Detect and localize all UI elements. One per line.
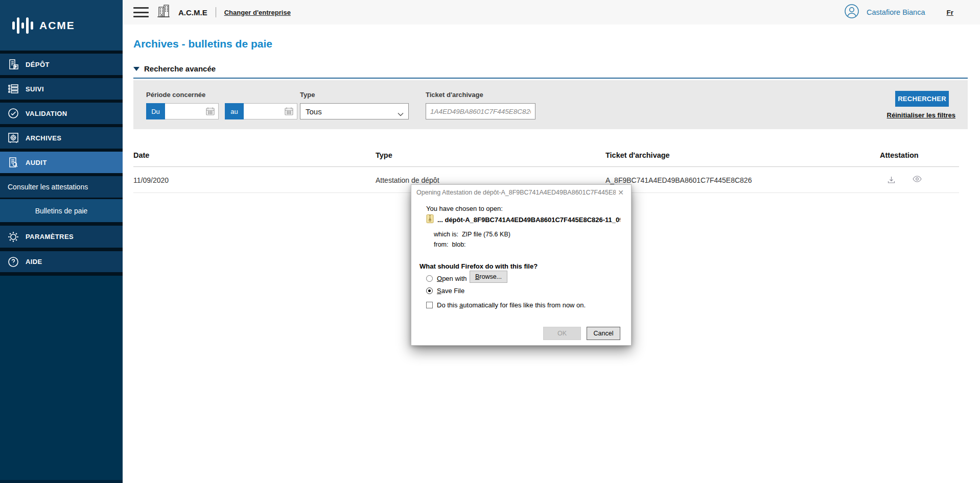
sidebar-item-aide[interactable]: AIDE [0, 251, 123, 272]
dialog-titlebar: Opening Attestation de dépôt-A_8F9BC741A… [411, 185, 631, 200]
zip-file-icon [426, 214, 434, 225]
sidebar-item-parametres[interactable]: PARAMÈTRES [0, 226, 123, 248]
sidebar-item-label: AIDE [26, 258, 42, 265]
sidebar-bottom-strip [0, 480, 123, 483]
column-header-ticket: Ticket d'archivage [605, 151, 880, 159]
topbar: A.C.M.E Changer d'entreprise Castafiore … [123, 0, 980, 25]
sidebar-subitem-consulter-attestations[interactable]: Consulter les attestations [0, 176, 123, 198]
deposit-icon [7, 58, 20, 71]
sidebar-subitem-label: Bulletins de paie [35, 207, 88, 215]
sidebar-item-label: PARAMÈTRES [26, 233, 74, 240]
calendar-icon[interactable] [205, 107, 215, 118]
table-header-row: Date Type Ticket d'archivage Attestation [133, 147, 959, 167]
sidebar: ACME DÉPÔT SUIVI [0, 0, 123, 483]
topbar-right: Castafiore Bianca Fr [844, 4, 980, 21]
do-automatically-checkbox[interactable] [426, 302, 433, 308]
save-file-label[interactable]: Save File [437, 287, 464, 295]
sidebar-item-depot[interactable]: DÉPÔT [0, 54, 123, 75]
sidebar-item-validation[interactable]: VALIDATION [0, 103, 123, 124]
sidebar-item-audit[interactable]: AUDIT [0, 152, 123, 173]
column-header-type: Type [376, 151, 605, 159]
date-to-input[interactable] [244, 104, 283, 119]
app-logo[interactable]: ACME [0, 0, 123, 51]
date-to-wrapper [244, 103, 297, 119]
close-icon[interactable]: ✕ [616, 187, 626, 198]
file-source-row: from: blob: [434, 241, 466, 248]
sidebar-subitem-label: Consulter les attestations [8, 183, 88, 191]
hamburger-icon[interactable] [133, 7, 149, 17]
sidebar-item-label: DÉPÔT [26, 61, 50, 68]
file-source-value: blob: [452, 241, 465, 248]
open-with-option: Open with [426, 275, 467, 282]
column-header-attestation: Attestation [880, 151, 959, 159]
gear-icon [7, 230, 20, 244]
building-icon [157, 4, 170, 20]
open-with-label[interactable]: Open with [437, 275, 467, 282]
type-label: Type [300, 91, 409, 99]
date-from-button[interactable]: Du [146, 103, 165, 119]
user-name[interactable]: Castafiore Bianca [867, 8, 925, 16]
do-automatically-label[interactable]: Do this automatically for files like thi… [437, 301, 586, 309]
column-header-date: Date [133, 151, 376, 159]
separator [216, 7, 216, 17]
date-to-button[interactable]: au [225, 103, 244, 119]
sound-bars-icon [12, 17, 33, 34]
triangle-down-icon [133, 67, 139, 71]
open-with-radio[interactable] [426, 275, 433, 282]
company-name: A.C.M.E [178, 8, 207, 17]
validation-icon [7, 107, 20, 120]
file-source-label: from: [434, 241, 448, 248]
app-logo-text: ACME [39, 19, 75, 32]
ticket-input[interactable] [426, 103, 535, 119]
tracking-icon [7, 82, 20, 95]
advanced-search-label: Recherche avancée [144, 64, 216, 73]
filter-panel: Période concernée Du au [133, 80, 968, 129]
file-type-row: which is: ZIP file (75.6 KB) [434, 231, 510, 238]
date-from-input[interactable] [165, 104, 204, 119]
download-icon[interactable] [887, 176, 896, 184]
file-type-value: ZIP file (75.6 KB) [462, 231, 510, 238]
dialog-question: What should Firefox do with this file? [419, 262, 538, 270]
reset-filters-link[interactable]: Réinitialiser les filtres [887, 111, 955, 119]
audit-icon [7, 156, 20, 169]
search-button[interactable]: RECHERCHER [895, 91, 949, 107]
page-title: Archives - bulletins de paie [133, 38, 272, 50]
language-switcher[interactable]: Fr [947, 9, 954, 16]
browse-button[interactable]: Browse... [470, 271, 507, 283]
ticket-filter-group: Ticket d'archivage [426, 91, 535, 119]
eye-icon[interactable] [913, 176, 922, 184]
sidebar-item-label: ARCHIVES [26, 134, 61, 142]
ticket-label: Ticket d'archivage [426, 91, 535, 99]
file-row: ... dépôt-A_8F9BC741A4ED49BA8601C7F445E8… [426, 214, 620, 225]
type-select-value: Tous [306, 107, 322, 116]
archives-safe-icon [7, 131, 20, 144]
sidebar-subitem-bulletins-de-paie[interactable]: Bulletins de paie [0, 199, 123, 222]
dialog-intro-text: You have chosen to open: [426, 205, 503, 212]
file-type-label: which is: [434, 231, 458, 238]
change-company-link[interactable]: Changer d'entreprise [224, 9, 291, 16]
help-icon [7, 255, 20, 269]
date-from-wrapper [165, 103, 219, 119]
save-file-radio[interactable] [426, 287, 433, 294]
avatar-icon[interactable] [844, 4, 859, 21]
calendar-icon[interactable] [284, 107, 294, 118]
sidebar-item-label: VALIDATION [26, 110, 67, 117]
cancel-button[interactable]: Cancel [587, 327, 620, 340]
save-file-option: Save File [426, 287, 464, 295]
period-filter-group: Période concernée Du au [146, 91, 297, 119]
cell-type: Attestation de dépôt [376, 176, 605, 184]
sidebar-item-suivi[interactable]: SUIVI [0, 78, 123, 100]
type-select[interactable]: Tous [300, 103, 409, 119]
cell-date: 11/09/2020 [133, 176, 376, 184]
ok-button[interactable]: OK [543, 327, 581, 340]
sidebar-item-archives[interactable]: ARCHIVES [0, 127, 123, 149]
sidebar-menu: DÉPÔT SUIVI VALIDATION [0, 51, 123, 276]
advanced-search-toggle[interactable]: Recherche avancée [133, 64, 968, 79]
cell-ticket: A_8F9BC741A4ED49BA8601C7F445E8C826 [605, 176, 880, 184]
do-automatically-option: Do this automatically for files like thi… [426, 301, 586, 309]
dialog-title: Opening Attestation de dépôt-A_8F9BC741A… [416, 189, 616, 196]
sidebar-item-label: AUDIT [26, 159, 47, 166]
file-name: ... dépôt-A_8F9BC741A4ED49BA8601C7F445E8… [437, 216, 620, 224]
sidebar-item-label: SUIVI [26, 85, 44, 93]
topbar-left: A.C.M.E Changer d'entreprise [123, 4, 291, 20]
